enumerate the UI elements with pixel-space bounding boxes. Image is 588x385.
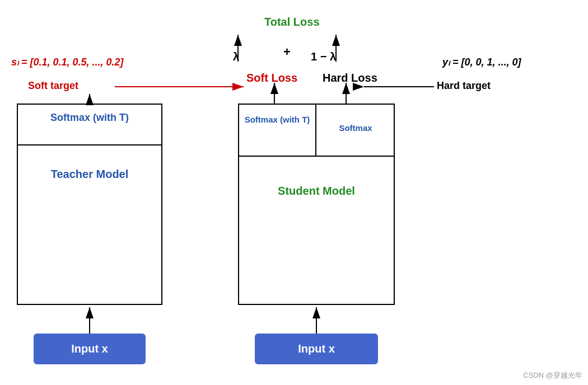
teacher-model-label: Teacher Model — [17, 168, 162, 181]
teacher-softmax-label: Softmax (with T) — [17, 112, 162, 124]
student-softmax-left-box — [238, 104, 316, 157]
hard-loss-label: Hard Loss — [323, 72, 377, 84]
watermark: CSDN @穿越光年 — [523, 370, 582, 381]
hard-target-label: Hard target — [437, 80, 491, 92]
teacher-input-label: Input x — [71, 342, 108, 355]
si-formula: sᵢ = [0.1, 0.1, 0.5, ..., 0.2] — [11, 56, 124, 68]
svg-text:+: + — [283, 45, 291, 59]
student-input-label: Input x — [298, 342, 335, 355]
svg-text:1 − λ: 1 − λ — [311, 50, 336, 63]
teacher-input-box: Input x — [34, 334, 146, 364]
teacher-softmax-box — [17, 104, 162, 145]
yi-formula: yᵢ = [0, 0, 1, ..., 0] — [442, 56, 521, 68]
total-loss-label: Total Loss — [264, 16, 320, 29]
svg-text:λ: λ — [233, 50, 239, 63]
diagram: Softmax (with T) Teacher Model Softmax (… — [0, 0, 588, 385]
student-input-box: Input x — [255, 334, 378, 364]
soft-target-label: Soft target — [28, 80, 78, 92]
student-model-label: Student Model — [238, 185, 395, 198]
student-softmax-left-label: Softmax (with T) — [238, 115, 316, 124]
student-softmax-right-label: Softmax — [316, 123, 395, 133]
soft-loss-label: Soft Loss — [246, 72, 297, 84]
